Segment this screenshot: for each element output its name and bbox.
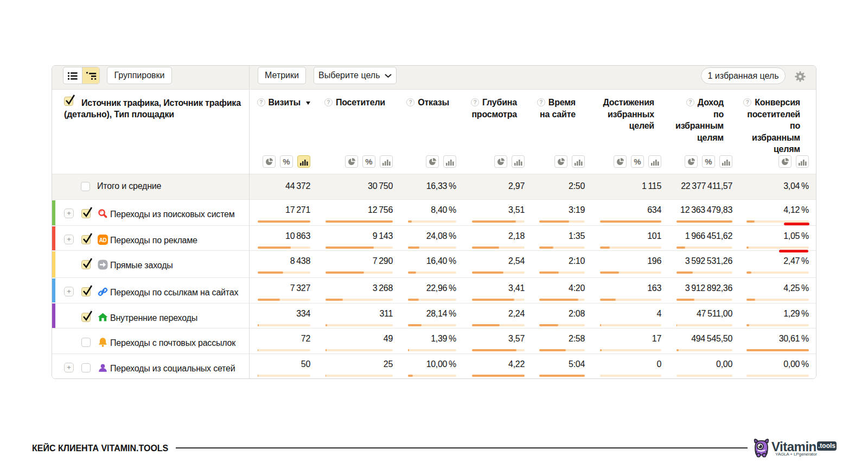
svg-text:AD: AD — [99, 237, 107, 243]
